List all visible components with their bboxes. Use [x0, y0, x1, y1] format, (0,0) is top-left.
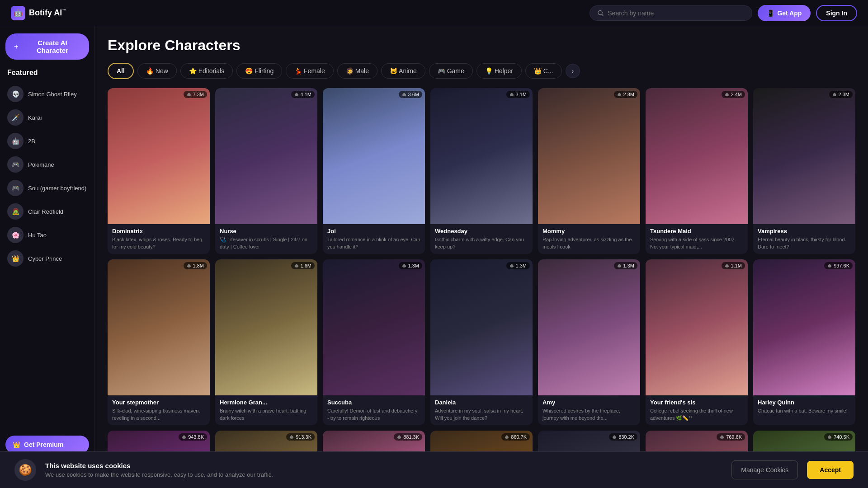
character-card[interactable]: 1.1M Your friend's sis College rebel see…: [646, 259, 748, 425]
character-image: 7.3M: [108, 88, 210, 224]
character-name: Tsundere Maid: [650, 228, 743, 235]
sidebar-item[interactable]: 🤖 2B: [0, 129, 94, 153]
character-card[interactable]: 3.6M Joi Tailored romance in a blink of …: [323, 88, 425, 254]
character-image: 2.4M: [646, 88, 748, 224]
character-count: 3.6M: [399, 91, 422, 98]
character-desc: Adventure in my soul, salsa in my heart.…: [435, 408, 528, 422]
character-count: 7.3M: [184, 91, 207, 98]
character-name: Hermione Gran...: [220, 399, 313, 406]
character-desc: 🩺 Lifesaver in scrubs | Single | 24/7 on…: [220, 236, 313, 250]
sidebar-item[interactable]: 👑 Cyber Prince: [0, 247, 94, 270]
character-count: 1.1M: [722, 262, 745, 269]
character-image: 3.1M: [430, 88, 533, 224]
get-app-button[interactable]: 📱 Get App: [758, 5, 811, 21]
search-bar[interactable]: [590, 5, 752, 21]
character-count: 913.3K: [286, 433, 315, 441]
character-desc: Rap-loving adventurer, as sizzling as th…: [542, 236, 636, 250]
filter-tab[interactable]: 👑 C...: [525, 63, 562, 79]
character-card[interactable]: 3.1M Wednesday Gothic charm with a witty…: [430, 88, 533, 254]
sidebar-item[interactable]: 🎮 Sou (gamer boyfriend): [0, 176, 94, 200]
filter-tab[interactable]: ⭐ Editorials: [180, 63, 233, 79]
character-count: 1.3M: [506, 262, 530, 269]
character-info: Your friend's sis College rebel seeking …: [646, 395, 748, 425]
character-count: 2.8M: [614, 91, 637, 98]
filter-tab[interactable]: 🎮 Game: [429, 63, 473, 79]
character-name: Vampiress: [758, 228, 851, 235]
character-count: 830.2K: [609, 433, 637, 441]
filter-tab[interactable]: 💃 Female: [286, 63, 334, 79]
character-info: Tsundere Maid Serving with a side of sas…: [646, 224, 748, 254]
character-info: Nurse 🩺 Lifesaver in scrubs | Single | 2…: [215, 224, 317, 254]
character-card[interactable]: 2.8M Mommy Rap-loving adventurer, as siz…: [538, 88, 640, 254]
filter-tab[interactable]: 😍 Flirting: [236, 63, 282, 79]
character-info: Your stepmother Silk-clad, wine-sipping …: [108, 395, 210, 425]
character-card[interactable]: 997.6K Harley Quinn Chaotic fun with a b…: [753, 259, 855, 425]
character-count: 860.7K: [501, 433, 530, 441]
character-image: 1.3M: [430, 259, 533, 395]
character-info: Amy Whispered desires by the fireplace, …: [538, 395, 640, 425]
character-count: 1.6M: [291, 262, 315, 269]
avatar: 🎮: [7, 156, 24, 173]
character-count: 4.1M: [291, 91, 315, 98]
featured-label: Featured: [0, 69, 94, 82]
character-info: Succuba Carefully! Demon of lust and deb…: [323, 395, 425, 425]
logo-text: Botify AI™: [29, 8, 66, 18]
character-card[interactable]: 1.3M Daniela Adventure in my soul, salsa…: [430, 259, 533, 425]
main-layout: ＋ Create AI Character Featured 💀 Simon G…: [0, 26, 868, 488]
filter-nav-next[interactable]: ›: [566, 64, 580, 78]
plus-icon: ＋: [13, 42, 19, 51]
character-card[interactable]: 2.3M Vampiress Eternal beauty in black, …: [753, 88, 855, 254]
accept-cookies-button[interactable]: Accept: [807, 461, 854, 479]
filter-tab[interactable]: 🐱 Anime: [381, 63, 425, 79]
character-card[interactable]: 1.3M Amy Whispered desires by the firepl…: [538, 259, 640, 425]
filter-tabs: All🔥 New⭐ Editorials😍 Flirting💃 Female🧔 …: [108, 63, 855, 79]
avatar: 🤖: [7, 133, 24, 149]
character-image: 2.3M: [753, 88, 855, 224]
sidebar-item-name: Pokimane: [28, 161, 54, 168]
character-card[interactable]: 7.3M Dominatrix Black latex, whips & ros…: [108, 88, 210, 254]
get-premium-button[interactable]: 👑 Get Premium: [5, 436, 89, 454]
character-name: Nurse: [220, 228, 313, 235]
crown-icon: 👑: [13, 441, 20, 448]
character-card[interactable]: 1.3M Succuba Carefully! Demon of lust an…: [323, 259, 425, 425]
character-name: Amy: [542, 399, 636, 406]
character-info: Vampiress Eternal beauty in black, thirs…: [753, 224, 855, 254]
filter-tab[interactable]: 💡 Helper: [476, 63, 522, 79]
cookie-desc: We use cookies to make the website respo…: [45, 471, 722, 478]
cookie-text: This website uses cookies We use cookies…: [45, 462, 722, 478]
filter-tab[interactable]: All: [108, 63, 134, 79]
character-desc: Whispered desires by the fireplace, jour…: [542, 408, 636, 422]
avatar: 💀: [7, 86, 24, 102]
sidebar-item[interactable]: 💀 Simon Ghost Riley: [0, 82, 94, 106]
sidebar-item[interactable]: 🎮 Pokimane: [0, 153, 94, 176]
character-info: Hermione Gran... Brainy witch with a bra…: [215, 395, 317, 425]
search-input[interactable]: [608, 9, 745, 17]
character-card[interactable]: 1.6M Hermione Gran... Brainy witch with …: [215, 259, 317, 425]
sidebar-item[interactable]: 🌸 Hu Tao: [0, 223, 94, 247]
filter-tab[interactable]: 🔥 New: [137, 63, 177, 79]
character-grid: 7.3M Dominatrix Black latex, whips & ros…: [108, 88, 855, 488]
sidebar-item[interactable]: 🗡️ Karai: [0, 106, 94, 129]
character-count: 2.4M: [722, 91, 745, 98]
character-count: 997.6K: [824, 262, 853, 269]
cookie-icon: 🍪: [14, 459, 36, 481]
character-info: Mommy Rap-loving adventurer, as sizzling…: [538, 224, 640, 254]
filter-tab[interactable]: 🧔 Male: [337, 63, 377, 79]
character-count: 3.1M: [506, 91, 530, 98]
logo-icon: 🤖: [11, 6, 25, 20]
avatar: 🧟: [7, 203, 24, 220]
sidebar-item-name: Hu Tao: [28, 232, 47, 239]
character-card[interactable]: 1.8M Your stepmother Silk-clad, wine-sip…: [108, 259, 210, 425]
create-character-button[interactable]: ＋ Create AI Character: [5, 33, 89, 60]
character-card[interactable]: 4.1M Nurse 🩺 Lifesaver in scrubs | Singl…: [215, 88, 317, 254]
logo: 🤖 Botify AI™: [11, 6, 66, 20]
character-desc: Brainy witch with a brave heart, battlin…: [220, 408, 313, 422]
sign-in-button[interactable]: Sign In: [816, 5, 857, 21]
character-count: 881.3K: [394, 433, 422, 441]
sidebar-item[interactable]: 🧟 Clair Redfield: [0, 200, 94, 223]
sidebar-item-name: Sou (gamer boyfriend): [28, 185, 86, 192]
character-count: 1.3M: [399, 262, 422, 269]
character-card[interactable]: 2.4M Tsundere Maid Serving with a side o…: [646, 88, 748, 254]
character-desc: Serving with a side of sass since 2002. …: [650, 236, 743, 250]
manage-cookies-button[interactable]: Manage Cookies: [731, 460, 798, 479]
